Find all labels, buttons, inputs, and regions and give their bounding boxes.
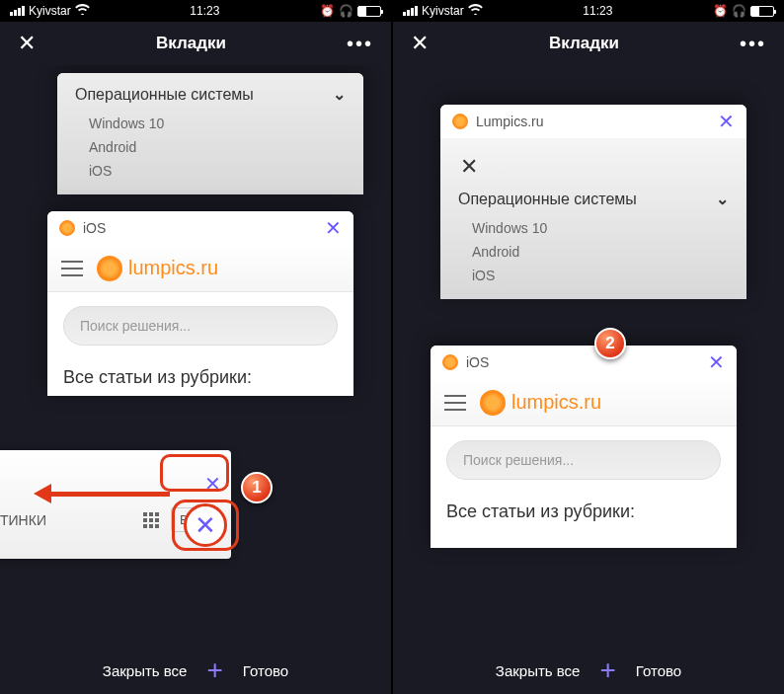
more-button[interactable]: ••• xyxy=(347,33,373,55)
signal-icon xyxy=(10,6,25,16)
phone-right: Kyivstar 11:23 ⏰ 🎧 ✕ Вкладки ••• Lumpics… xyxy=(393,0,784,694)
menu-item[interactable]: Android xyxy=(458,240,729,264)
headphones-icon: 🎧 xyxy=(339,4,353,18)
close-tab-button[interactable]: ✕ xyxy=(708,350,725,374)
alarm-icon: ⏰ xyxy=(713,4,728,18)
favicon-icon xyxy=(59,220,75,236)
close-button[interactable]: ✕ xyxy=(18,31,36,56)
tab-card-background[interactable]: Операционные системы ⌄ Windows 10 Androi… xyxy=(57,73,363,194)
menu-item[interactable]: Windows 10 xyxy=(75,112,346,135)
favicon-icon xyxy=(442,354,458,370)
bottombar: Закрыть все + Готово xyxy=(393,647,784,694)
section-heading: Все статьи из рубрики: xyxy=(47,359,353,396)
chevron-down-icon[interactable]: ⌄ xyxy=(716,190,729,208)
new-tab-button[interactable]: + xyxy=(599,655,615,686)
menu-item[interactable]: Windows 10 xyxy=(458,216,729,240)
menu-item[interactable]: iOS xyxy=(75,159,346,183)
callout-close-circle[interactable]: ✕ xyxy=(184,503,227,547)
wifi-icon xyxy=(468,4,483,18)
done-button[interactable]: Готово xyxy=(636,662,681,679)
menu-heading-label: Операционные системы xyxy=(75,86,254,104)
wifi-icon xyxy=(75,4,90,18)
search-placeholder: Поиск решения... xyxy=(80,318,191,334)
carrier-label: Kyivstar xyxy=(422,4,464,18)
statusbar: Kyivstar 11:23 ⏰ 🎧 xyxy=(0,0,391,22)
section-heading: Все статьи из рубрики: xyxy=(431,494,737,530)
tab-card-lumpics[interactable]: Lumpics.ru ✕ ✕ Операционные системы ⌄ Wi… xyxy=(440,105,746,299)
page-title: Вкладки xyxy=(549,34,619,53)
callout-badge-1: 1 xyxy=(241,472,273,503)
tab-title: iOS xyxy=(466,354,708,370)
page-title: Вкладки xyxy=(156,34,226,53)
battery-icon xyxy=(357,6,381,17)
headphones-icon: 🎧 xyxy=(732,4,746,18)
tab-title: iOS xyxy=(83,220,325,236)
new-tab-button[interactable]: + xyxy=(206,655,222,686)
tab-title: Lumpics.ru xyxy=(476,114,718,129)
partial-text: ТИНКИ xyxy=(0,512,46,528)
close-menu-icon[interactable]: ✕ xyxy=(460,154,729,180)
statusbar: Kyivstar 11:23 ⏰ 🎧 xyxy=(393,0,784,22)
menu-item[interactable]: iOS xyxy=(458,264,729,287)
tab-card-ios[interactable]: iOS ✕ lumpics.ru Поиск решения... Все ст… xyxy=(431,346,737,548)
menu-section: Операционные системы ⌄ Windows 10 Androi… xyxy=(57,73,363,194)
search-placeholder: Поиск решения... xyxy=(463,452,574,468)
close-tab-button[interactable]: ✕ xyxy=(325,216,342,240)
clock-label: 11:23 xyxy=(583,4,612,18)
swipe-arrow-icon xyxy=(34,484,170,503)
carrier-label: Kyivstar xyxy=(29,4,71,18)
close-icon: ✕ xyxy=(195,510,216,541)
navbar: ✕ Вкладки ••• xyxy=(0,22,391,65)
tab-card-ios[interactable]: iOS ✕ lumpics.ru Поиск решения... Все ст… xyxy=(47,211,353,396)
menu-heading-label: Операционные системы xyxy=(458,191,637,208)
callout-badge-2: 2 xyxy=(594,328,626,359)
menu-item[interactable]: Android xyxy=(75,135,346,159)
bottombar: Закрыть все + Готово xyxy=(0,647,391,694)
search-input[interactable]: Поиск решения... xyxy=(63,306,338,346)
phone-left: Kyivstar 11:23 ⏰ 🎧 ✕ Вкладки ••• Операци… xyxy=(0,0,391,694)
site-logo-icon xyxy=(480,390,506,416)
hamburger-icon[interactable] xyxy=(444,395,466,411)
clock-label: 11:23 xyxy=(190,4,219,18)
more-button[interactable]: ••• xyxy=(740,33,766,55)
chevron-down-icon[interactable]: ⌄ xyxy=(333,85,346,104)
hamburger-icon[interactable] xyxy=(61,261,83,276)
close-tab-button[interactable]: ✕ xyxy=(718,110,735,133)
callout-ring-1 xyxy=(160,454,229,492)
battery-icon xyxy=(750,6,774,17)
alarm-icon: ⏰ xyxy=(320,4,335,18)
grid-icon[interactable] xyxy=(143,512,159,528)
favicon-icon xyxy=(452,114,468,129)
close-all-button[interactable]: Закрыть все xyxy=(496,662,581,679)
site-name-label: lumpics.ru xyxy=(511,391,601,414)
navbar: ✕ Вкладки ••• xyxy=(393,22,784,65)
close-button[interactable]: ✕ xyxy=(411,31,429,56)
close-all-button[interactable]: Закрыть все xyxy=(103,662,188,679)
site-logo-icon xyxy=(97,256,122,281)
done-button[interactable]: Готово xyxy=(243,662,288,679)
search-input[interactable]: Поиск решения... xyxy=(446,440,721,480)
signal-icon xyxy=(403,6,418,16)
site-name-label: lumpics.ru xyxy=(128,257,218,279)
